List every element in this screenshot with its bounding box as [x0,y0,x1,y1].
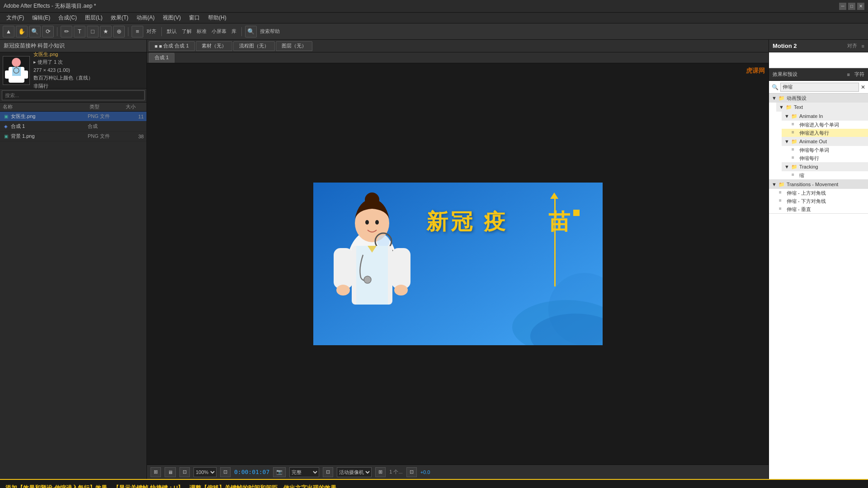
fx-item-stretch-lower[interactable]: ≡ 伸缩 - 下方对角线 [769,197,868,205]
fx-text-header[interactable]: ▼ 📁 Text [776,103,868,112]
tool-shape-rect[interactable]: □ [87,26,99,38]
tab-flowchart-none[interactable]: 流程图（无） [233,41,275,51]
menu-layer[interactable]: 图层(L) [81,13,106,23]
asset-color: 数百万种以上颜色（直线） [33,74,93,82]
instruction-bar: 添加【效果和预设-伸缩进入每行】效果，【显示关键帧 快捷键：U】，调整【偏移】关… [0,480,868,488]
tool-hand[interactable]: ✋ [16,26,28,38]
motion-menu-icon[interactable]: ≡ [862,43,864,49]
asset-thumbnail [3,56,30,85]
resolution-select[interactable]: 完整 二分之一 [289,467,319,477]
motion-panel-header: Motion 2 对齐 ≡ [769,40,868,52]
fx-folder-icon: 📁 [778,182,785,188]
asset-info: 女医生.png ▸ 使用了 1 次 277 × 423 (1.00) 数百万种以… [33,51,93,90]
tool-pen[interactable]: ✏ [61,26,72,38]
svg-point-17 [377,235,390,248]
preview-area: 新冠 疫 苗 虎课网 [147,63,769,465]
effects-search-clear[interactable]: ✕ [861,84,865,90]
tool-text[interactable]: T [74,26,85,38]
svg-point-14 [365,220,369,225]
toolbar-align-label: 对齐 [145,28,158,35]
maximize-button[interactable]: □ [848,3,855,10]
asset-row[interactable]: ◈ 合成 1 合成 [0,122,146,131]
expand-icon: ▼ [772,95,777,101]
menu-help[interactable]: 帮助(H) [204,13,230,23]
fx-item-stretch-upper[interactable]: ≡ 伸缩 - 上方对角线 [769,189,868,197]
center-panel: ■ ■ 合成 合成 1 素材（无） 流程图（无） 图层（无） 合成 1 [147,40,769,479]
fx-transitions-header[interactable]: ▼ 📁 Transitions - Movement [769,180,868,189]
asset-list: ▣ 女医生.png PNG 文件 11 ◈ 合成 1 合成 ▣ 背景 1.png… [0,112,146,479]
col-size-header: 大小 [126,103,144,110]
fx-item-stretch-word-out[interactable]: ≡ 伸缩每个单词 [782,146,868,154]
fx-item-stretch-word-in[interactable]: ≡ 伸缩进入每个单词 [782,121,868,129]
zoom-select[interactable]: 100% 50% 200% [193,467,217,477]
right-panel: Motion 2 对齐 ≡ 效果和预设 ≡ 字符 🔍 ✕ ▼ 📁 动画预设 [769,40,868,479]
motion-align-label: 对齐 [847,42,857,49]
fx-animate-out-header[interactable]: ▼ 📁 Animate Out [782,137,868,146]
preview-sync-btn[interactable]: ⊡ [323,467,333,477]
fx-item-stretch-line-in[interactable]: ≡ 伸缩进入每行 [782,129,868,137]
menu-animation[interactable]: 动画(A) [133,13,158,23]
menu-composition[interactable]: 合成(C) [55,13,80,23]
preview-fit-btn[interactable]: ⊡ [220,467,231,477]
expand-icon: ▼ [784,164,789,169]
asset-comp-icon: ◈ [3,123,9,130]
preview-grid-btn[interactable]: ⊡ [179,467,190,477]
asset-png-icon: ▣ [3,113,9,120]
doctor-svg [322,192,422,345]
fx-section-header-animation[interactable]: ▼ 📁 动画预设 [769,94,868,103]
fx-item-stretch-vertical[interactable]: ≡ 伸缩 - 垂直 [769,205,868,213]
svg-rect-20 [356,246,388,305]
tab-layer-none[interactable]: 图层（无） [276,41,312,51]
menu-view[interactable]: 视图(V) [159,13,184,23]
app-title: Adobe After Effects - 无标题项目.aep * [4,2,96,10]
tool-arrow[interactable]: ▲ [3,26,14,38]
project-search-input[interactable] [2,90,145,100]
svg-point-15 [375,220,379,225]
asset-row[interactable]: ▣ 女医生.png PNG 文件 11 [0,112,146,122]
fx-tracking-header[interactable]: ▼ 📁 Tracking [782,162,868,171]
fx-item-stretch-line-out[interactable]: ≡ 伸缩每行 [782,154,868,162]
tab-footage-none[interactable]: 素材（无） [196,41,232,51]
tool-align[interactable]: ≡ [132,26,143,38]
svg-rect-22 [334,248,353,289]
fx-file-icon: ≡ [779,190,785,196]
preview-camera-btn[interactable]: 📷 [273,467,286,477]
close-button[interactable]: ✕ [857,3,864,10]
tool-shape-star[interactable]: ★ [100,26,112,38]
tool-puppet[interactable]: ⊕ [113,26,125,38]
effects-search-input[interactable] [780,83,859,92]
toolbar-sep2 [128,27,128,36]
tab-comp-source[interactable]: ■ ■ 合成 合成 1 [149,41,195,51]
asset-row[interactable]: ▣ 背景 1.png PNG 文件 38 [0,131,146,141]
menu-effects[interactable]: 效果(T) [107,13,132,23]
preview-extra-btn[interactable]: ⊞ [375,467,386,477]
tool-orbit[interactable]: ⟳ [42,26,54,38]
character-label: 字符 [854,71,864,78]
camera-select[interactable]: 活动摄像机 [337,467,372,477]
effects-presets-menu[interactable]: ≡ [847,72,850,77]
fx-folder-icon: 📁 [791,164,797,170]
col-type-header: 类型 [90,103,126,110]
fx-file-icon: ≡ [779,198,785,204]
toolbar-search-btn[interactable]: 🔍 [245,26,257,38]
preview-monitor-btn[interactable]: 🖥 [165,467,176,477]
fx-file-icon: ≡ [792,155,798,161]
expand-icon: ▼ [772,182,777,187]
svg-point-25 [394,285,408,296]
comp-name-tab-row: 合成 1 [147,52,769,63]
menu-file[interactable]: 文件(F) [3,13,28,23]
asset-thumb-image [4,57,29,84]
fx-item-tracking-1[interactable]: ≡ 缩 [782,171,868,179]
project-search [0,89,146,103]
preview-exposure-btn[interactable]: ⊡ [406,467,417,477]
menu-window[interactable]: 窗口 [185,13,203,23]
main-layout: 新冠疫苗接种 科普小知识 女医生.png ▸ 使用了 1 次 277 × 423 [0,40,868,479]
asset-row-name: 背景 1.png [11,133,86,140]
tool-zoom[interactable]: 🔍 [29,26,41,38]
toolbar-library: 库 [230,28,238,35]
menu-edit[interactable]: 编辑(E) [28,13,54,23]
comp-name-tab[interactable]: 合成 1 [149,53,175,63]
minimize-button[interactable]: ─ [839,3,846,10]
fx-animate-in-header[interactable]: ▼ 📁 Animate In [782,112,868,121]
preview-layout-btn[interactable]: ⊞ [151,467,161,477]
